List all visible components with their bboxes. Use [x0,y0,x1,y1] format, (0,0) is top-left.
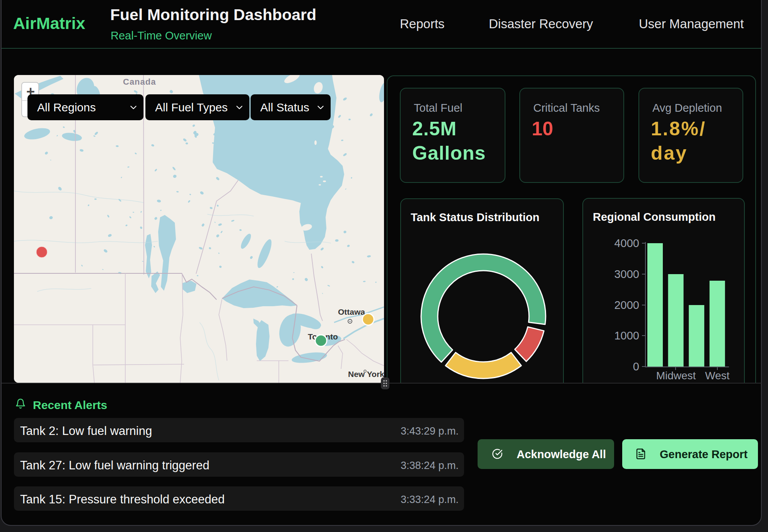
svg-text:4000: 4000 [614,237,639,249]
svg-text:West: West [705,370,729,382]
svg-text:1000: 1000 [614,329,639,342]
svg-text:Ottawa: Ottawa [338,307,365,316]
svg-text:Canada: Canada [123,77,156,87]
svg-text:3000: 3000 [614,268,639,280]
svg-text:0: 0 [633,360,639,373]
svg-text:2000: 2000 [614,299,639,311]
svg-text:Midwest: Midwest [656,370,696,382]
